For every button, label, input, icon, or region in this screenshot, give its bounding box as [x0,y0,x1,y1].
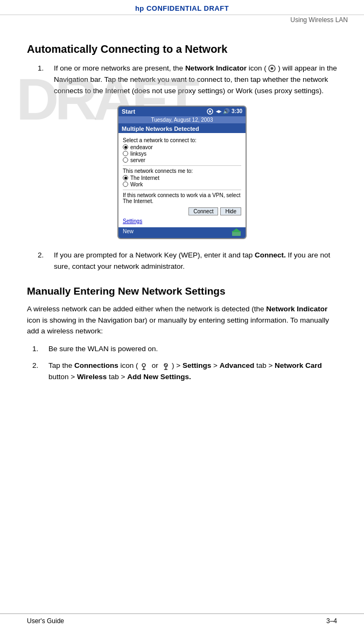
connect-bold: Connect. [255,251,286,259]
top-icons-area: ◂▸ 🔊 3:30 [206,108,242,115]
header-bar: hp CONFIDENTIAL DRAFT [0,0,364,15]
svg-marker-5 [232,228,241,232]
network-card-bold: Network Card [275,361,322,369]
footer-left: User's Guide [27,617,64,625]
bottom-bar-left: New [123,228,134,237]
section2-item1-number: 1. [32,344,45,355]
connection-work: Work [123,182,241,187]
network-indicator-icon [268,65,276,72]
dialog-title: Multiple Networks Detected [118,124,246,133]
connection-internet-label: The Internet [130,175,159,181]
svg-point-6 [142,364,145,367]
page-content: Automatically Connecting to a Network 1.… [0,24,364,410]
radio-internet [123,175,128,180]
dialog-section2-label: This network connects me to: [123,168,241,174]
section2-item1: 1. Be sure the WLAN is powered on. [32,344,337,355]
radio-server [123,157,128,163]
network-name-server: server [130,157,145,163]
footer-right: 3–4 [326,617,337,625]
section2-item1-body: Be sure the WLAN is powered on. [48,344,158,355]
conn-icon-svg2 [162,362,170,370]
network-option-server: server [123,157,241,163]
network-status-icon [206,108,214,115]
item1-number: 1. [38,63,51,97]
device-date-bar: Tuesday, August 12, 2003 [118,116,246,123]
dialog-section3-label: If this network connects to work via a V… [123,192,241,204]
connections-icon2 [162,361,170,371]
item1-text: 1. If one or more networks are present, … [38,63,337,97]
dialog-section1-label: Select a network to connect to: [123,137,241,143]
radio-endeavor [123,144,128,150]
conn-icon-svg1 [140,362,148,370]
section2-intro: A wireless network can be added either w… [27,304,337,338]
dialog-box: Multiple Networks Detected Select a netw… [118,123,246,227]
section2-list: 1. Be sure the WLAN is powered on. 2. Ta… [32,344,337,383]
settings-bold: Settings [183,361,211,369]
connect-button[interactable]: Connect [188,207,218,215]
device-screenshot: Start ◂▸ 🔊 3:30 Tuesday, August 12, 2003… [117,106,247,239]
start-button: Start [122,108,135,115]
bottom-bar-right [232,228,241,237]
device-top-bar: Start ◂▸ 🔊 3:30 [118,107,246,116]
home-icon [232,228,241,236]
section2-item2-body: Tap the Connections icon ( or [48,360,337,383]
section1-heading: Automatically Connecting to a Network [27,43,337,55]
dialog-buttons-row: Connect Hide [123,207,241,215]
svg-point-3 [209,110,211,113]
dialog-divider2 [123,190,241,190]
device-bottom-bar: New [118,227,246,238]
time-display: 3:30 [232,108,242,114]
item2-body: If you are prompted for a Network Key (W… [54,250,337,273]
hide-button[interactable]: Hide [220,207,241,215]
network-option-endeavor: endeavor [123,144,241,150]
section1-item1: 1. If one or more networks are present, … [38,63,337,97]
network-name-linksys: linksys [130,151,146,157]
radio-work [123,182,128,187]
top-bar-icons: ◂▸ 🔊 [216,108,229,114]
connection-work-label: Work [130,182,143,187]
dialog-divider1 [123,165,241,166]
network-name-endeavor: endeavor [130,144,153,150]
connections-icon1 [140,361,148,371]
item2-text: 2. If you are prompted for a Network Key… [38,250,337,273]
advanced-bold: Advanced [220,361,255,369]
section2-item2: 2. Tap the Connections icon ( or [32,360,337,383]
add-new-settings-bold: Add New Settings. [127,373,191,381]
header-subtitle: Using Wireless LAN [0,16,364,24]
footer-bar: User's Guide 3–4 [0,613,364,628]
connections-bold: Connections [74,361,118,369]
section2-item2-number: 2. [32,360,45,383]
settings-link[interactable]: Settings [123,218,142,224]
section2-heading: Manually Entering New Network Settings [27,285,337,297]
item2-number: 2. [38,250,51,273]
svg-point-1 [271,67,274,70]
wireless-bold: Wireless [77,373,107,381]
network-indicator-bold2: Network Indicator [266,305,327,313]
dialog-body: Select a network to connect to: endeavor… [118,133,246,227]
radio-linksys [123,151,128,156]
network-option-linksys: linksys [123,151,241,157]
item1-body: If one or more networks are present, the… [54,63,337,97]
section1-item2: 2. If you are prompted for a Network Key… [38,250,337,273]
network-indicator-bold: Network Indicator [185,64,247,72]
header-title: hp CONFIDENTIAL DRAFT [0,4,364,12]
connection-internet: The Internet [123,175,241,181]
